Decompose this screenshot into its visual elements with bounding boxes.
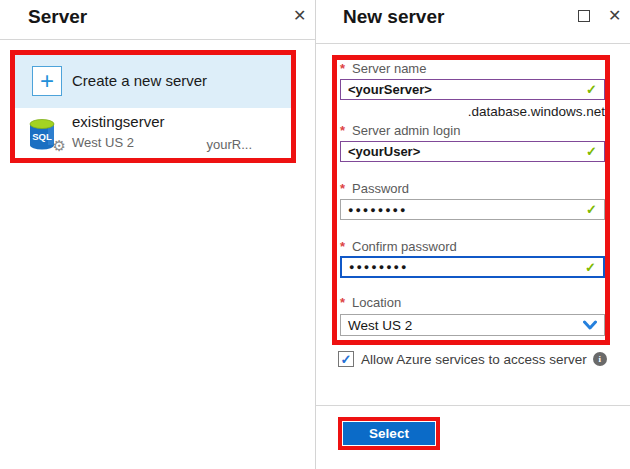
server-name-input[interactable]: <yourServer> ✓: [340, 79, 605, 100]
allow-azure-services-label: Allow Azure services to access server: [361, 352, 587, 367]
location-value: West US 2: [348, 318, 412, 333]
valid-check-icon: ✓: [586, 202, 597, 217]
confirm-password-input[interactable]: ●●●●●●●● ✓: [340, 256, 605, 278]
blade-title-new-server: New server: [343, 6, 444, 28]
location-label: Location: [352, 295, 401, 310]
new-server-blade: New server ✕ * Server name <yourServer> …: [315, 0, 630, 469]
maximize-icon[interactable]: [578, 10, 590, 22]
password-value: ●●●●●●●●: [348, 205, 408, 215]
server-name-text: existingserver: [72, 113, 165, 130]
server-name-value: <yourServer>: [348, 82, 432, 97]
close-icon[interactable]: ✕: [608, 7, 621, 25]
required-asterisk: *: [340, 123, 345, 138]
server-blade: Server ✕ + Create a new server SQL ⚙ exi…: [0, 0, 315, 469]
plus-icon: +: [32, 66, 62, 96]
admin-login-input[interactable]: <yourUser> ✓: [340, 141, 605, 162]
list-item-existing-server[interactable]: SQL ⚙ existingserver West US 2 yourR...: [15, 108, 291, 158]
sql-database-icon: SQL ⚙: [28, 116, 64, 154]
list-item-create-new-server[interactable]: + Create a new server: [15, 55, 291, 108]
location-dropdown[interactable]: West US 2: [340, 314, 605, 336]
confirm-password-label: Confirm password: [352, 239, 457, 254]
sql-icon-text: SQL: [32, 131, 52, 142]
chevron-down-icon: [583, 320, 597, 330]
header-divider: [0, 39, 315, 40]
azure-portal-screenshot: Server ✕ + Create a new server SQL ⚙ exi…: [0, 0, 630, 469]
valid-check-icon: ✓: [586, 144, 597, 159]
server-location-text: West US 2: [72, 135, 134, 150]
password-input[interactable]: ●●●●●●●● ✓: [340, 199, 605, 220]
domain-suffix-text: .database.windows.net: [468, 104, 605, 119]
valid-check-icon: ✓: [586, 82, 597, 97]
required-asterisk: *: [340, 295, 345, 310]
required-asterisk: *: [340, 239, 345, 254]
admin-login-label: Server admin login: [352, 123, 460, 138]
server-resource-group-text: yourR...: [206, 137, 252, 152]
select-button[interactable]: Select: [343, 422, 435, 445]
confirm-password-value: ●●●●●●●●: [349, 262, 409, 272]
allow-azure-services-checkbox[interactable]: ✓: [338, 351, 354, 367]
admin-login-value: <yourUser>: [348, 144, 420, 159]
footer-divider: [316, 405, 630, 406]
info-icon[interactable]: i: [593, 352, 607, 366]
close-icon[interactable]: ✕: [293, 7, 306, 25]
required-asterisk: *: [340, 181, 345, 196]
create-server-label: Create a new server: [72, 72, 207, 89]
valid-check-icon: ✓: [585, 260, 596, 275]
server-name-label: Server name: [352, 61, 426, 76]
password-label: Password: [352, 181, 409, 196]
blade-title-server: Server: [28, 6, 87, 28]
header-divider: [316, 43, 630, 44]
allow-azure-services-row: ✓ Allow Azure services to access server …: [338, 351, 607, 367]
required-asterisk: *: [340, 61, 345, 76]
gear-icon: ⚙: [53, 138, 66, 153]
